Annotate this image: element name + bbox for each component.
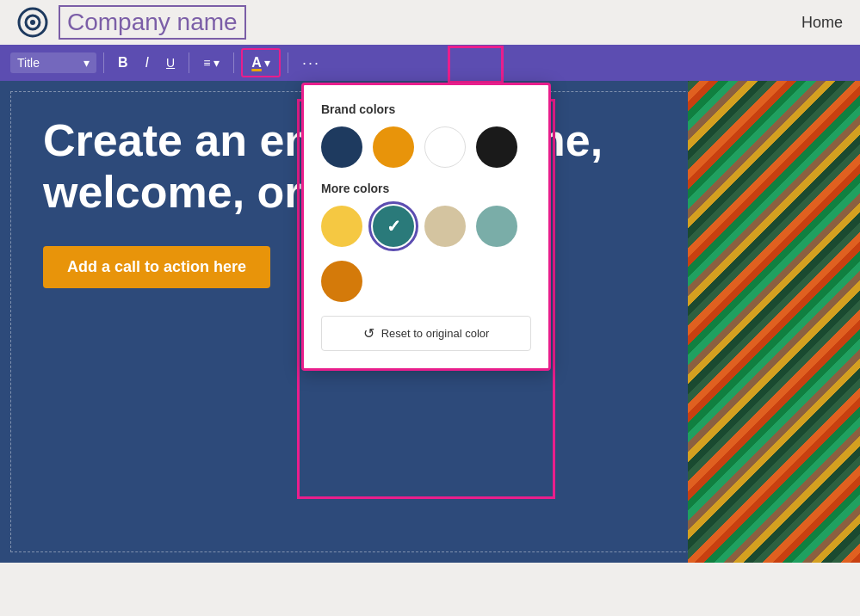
brand-color-dark-blue[interactable] — [321, 126, 362, 168]
more-color-yellow[interactable] — [321, 206, 362, 247]
separator-1 — [103, 52, 104, 73]
hero-photo — [688, 81, 860, 563]
more-color-teal[interactable]: ✓ — [373, 206, 414, 247]
style-dropdown[interactable]: Title ▾ — [10, 52, 96, 73]
more-colors-row-1: ✓ — [321, 206, 531, 247]
brand-color-black[interactable] — [476, 126, 517, 168]
more-color-muted-teal[interactable] — [476, 206, 517, 247]
company-name[interactable]: Company name — [59, 5, 246, 40]
chevron-down-icon: ▾ — [84, 56, 90, 70]
nav-home[interactable]: Home — [801, 14, 843, 32]
more-options-button[interactable]: ··· — [295, 51, 327, 76]
chevron-down-icon-align: ▾ — [213, 56, 220, 70]
logo-area: Company name — [17, 5, 246, 40]
hero-photo-stripes — [688, 81, 860, 563]
separator-3 — [233, 52, 234, 73]
svg-point-2 — [30, 20, 35, 25]
top-bar: Company name Home — [0, 0, 860, 45]
color-picker-popup: Brand colors More colors ✓ ↺ Reset to or… — [301, 83, 551, 371]
underline-button[interactable]: U — [159, 52, 182, 73]
chevron-down-icon-color: ▾ — [264, 56, 270, 70]
brand-color-orange[interactable] — [373, 126, 414, 168]
reset-icon: ↺ — [363, 325, 374, 342]
bold-button[interactable]: B — [111, 52, 135, 74]
more-color-beige[interactable] — [424, 206, 466, 247]
logo-icon — [17, 7, 48, 38]
color-button-wrapper: A ▾ — [241, 48, 281, 77]
reset-color-button[interactable]: ↺ Reset to original color — [321, 316, 531, 351]
toolbar: Title ▾ B I U ≡ ▾ A ▾ ··· — [0, 45, 860, 81]
separator-4 — [288, 52, 288, 73]
more-color-amber[interactable] — [321, 261, 362, 302]
color-button[interactable]: A ▾ — [244, 52, 277, 74]
brand-color-white[interactable] — [424, 126, 466, 168]
reset-label: Reset to original color — [381, 327, 490, 340]
color-a-label: A — [251, 55, 262, 71]
brand-colors-title: Brand colors — [321, 102, 531, 116]
brand-colors-row — [321, 126, 531, 168]
separator-2 — [189, 52, 189, 73]
cta-button[interactable]: Add a call to action here — [43, 246, 270, 288]
more-colors-row-2 — [321, 261, 531, 302]
align-button[interactable]: ≡ ▾ — [196, 52, 226, 73]
more-colors-title: More colors — [321, 182, 531, 195]
italic-button[interactable]: I — [139, 52, 156, 74]
